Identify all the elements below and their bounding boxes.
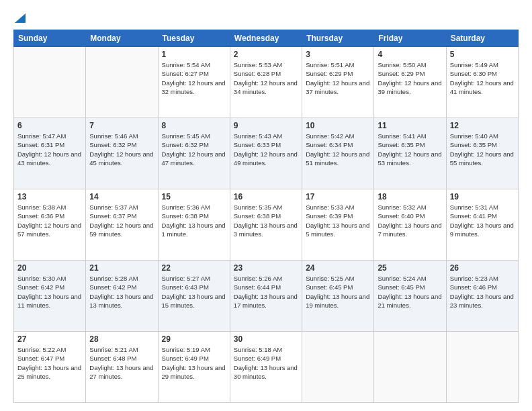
day-info: Sunrise: 5:19 AM Sunset: 6:49 PM Dayligh… <box>162 345 226 381</box>
day-info: Sunrise: 5:38 AM Sunset: 6:36 PM Dayligh… <box>17 203 82 238</box>
calendar-cell: 22Sunrise: 5:27 AM Sunset: 6:43 PM Dayli… <box>158 261 230 332</box>
day-number: 16 <box>234 192 298 201</box>
calendar-cell: 13Sunrise: 5:38 AM Sunset: 6:36 PM Dayli… <box>14 189 86 261</box>
day-number: 9 <box>234 121 298 130</box>
day-number: 14 <box>89 192 154 201</box>
calendar-cell: 3Sunrise: 5:51 AM Sunset: 6:29 PM Daylig… <box>302 47 374 118</box>
day-info: Sunrise: 5:30 AM Sunset: 6:42 PM Dayligh… <box>17 274 82 310</box>
day-info: Sunrise: 5:37 AM Sunset: 6:37 PM Dayligh… <box>89 203 154 238</box>
day-info: Sunrise: 5:25 AM Sunset: 6:45 PM Dayligh… <box>306 274 370 310</box>
day-info: Sunrise: 5:53 AM Sunset: 6:28 PM Dayligh… <box>234 60 298 96</box>
calendar-cell: 18Sunrise: 5:32 AM Sunset: 6:40 PM Dayli… <box>374 189 446 261</box>
calendar-cell: 8Sunrise: 5:45 AM Sunset: 6:32 PM Daylig… <box>158 118 230 189</box>
day-number: 12 <box>450 121 515 130</box>
day-info: Sunrise: 5:27 AM Sunset: 6:43 PM Dayligh… <box>162 274 226 310</box>
day-number: 10 <box>306 121 370 130</box>
col-header-friday: Friday <box>374 30 446 47</box>
day-number: 22 <box>162 263 226 273</box>
day-number: 30 <box>234 334 298 344</box>
col-header-wednesday: Wednesday <box>230 30 302 47</box>
day-info: Sunrise: 5:36 AM Sunset: 6:38 PM Dayligh… <box>162 203 226 238</box>
day-number: 13 <box>17 192 82 201</box>
day-info: Sunrise: 5:50 AM Sunset: 6:29 PM Dayligh… <box>378 60 442 96</box>
col-header-thursday: Thursday <box>302 30 374 47</box>
calendar-cell: 23Sunrise: 5:26 AM Sunset: 6:44 PM Dayli… <box>230 261 302 332</box>
day-number: 4 <box>378 50 442 59</box>
day-number: 7 <box>89 121 154 130</box>
calendar-cell: 28Sunrise: 5:21 AM Sunset: 6:48 PM Dayli… <box>86 332 158 403</box>
calendar-cell: 14Sunrise: 5:37 AM Sunset: 6:37 PM Dayli… <box>86 189 158 261</box>
day-number: 19 <box>450 192 515 201</box>
calendar-cell: 30Sunrise: 5:18 AM Sunset: 6:49 PM Dayli… <box>230 332 302 403</box>
calendar-cell: 16Sunrise: 5:35 AM Sunset: 6:38 PM Dayli… <box>230 189 302 261</box>
calendar-cell: 26Sunrise: 5:23 AM Sunset: 6:46 PM Dayli… <box>446 261 518 332</box>
calendar-cell: 4Sunrise: 5:50 AM Sunset: 6:29 PM Daylig… <box>374 47 446 118</box>
day-info: Sunrise: 5:32 AM Sunset: 6:40 PM Dayligh… <box>378 203 442 238</box>
day-info: Sunrise: 5:46 AM Sunset: 6:32 PM Dayligh… <box>89 132 154 167</box>
day-info: Sunrise: 5:51 AM Sunset: 6:29 PM Dayligh… <box>306 60 370 96</box>
svg-marker-0 <box>15 13 26 23</box>
day-info: Sunrise: 5:22 AM Sunset: 6:47 PM Dayligh… <box>17 345 82 381</box>
calendar-cell: 20Sunrise: 5:30 AM Sunset: 6:42 PM Dayli… <box>14 261 86 332</box>
day-number: 24 <box>306 263 370 273</box>
day-info: Sunrise: 5:49 AM Sunset: 6:30 PM Dayligh… <box>450 60 515 96</box>
day-number: 27 <box>17 334 82 344</box>
logo <box>13 11 26 23</box>
day-number: 23 <box>234 263 298 273</box>
day-number: 20 <box>17 263 82 273</box>
day-number: 11 <box>378 121 442 130</box>
calendar-cell: 24Sunrise: 5:25 AM Sunset: 6:45 PM Dayli… <box>302 261 374 332</box>
calendar-cell: 17Sunrise: 5:33 AM Sunset: 6:39 PM Dayli… <box>302 189 374 261</box>
calendar-cell: 12Sunrise: 5:40 AM Sunset: 6:35 PM Dayli… <box>446 118 518 189</box>
day-info: Sunrise: 5:41 AM Sunset: 6:35 PM Dayligh… <box>378 132 442 167</box>
col-header-monday: Monday <box>86 30 158 47</box>
calendar-cell: 6Sunrise: 5:47 AM Sunset: 6:31 PM Daylig… <box>14 118 86 189</box>
calendar-cell <box>86 47 158 118</box>
day-info: Sunrise: 5:23 AM Sunset: 6:46 PM Dayligh… <box>450 274 515 310</box>
day-number: 2 <box>234 50 298 59</box>
day-number: 15 <box>162 192 226 201</box>
calendar-cell <box>14 47 86 118</box>
day-info: Sunrise: 5:54 AM Sunset: 6:27 PM Dayligh… <box>162 60 226 96</box>
header <box>13 11 519 23</box>
day-number: 29 <box>162 334 226 344</box>
day-info: Sunrise: 5:28 AM Sunset: 6:42 PM Dayligh… <box>89 274 154 310</box>
day-number: 1 <box>162 50 226 59</box>
calendar-cell: 25Sunrise: 5:24 AM Sunset: 6:45 PM Dayli… <box>374 261 446 332</box>
calendar-cell <box>374 332 446 403</box>
calendar-cell: 19Sunrise: 5:31 AM Sunset: 6:41 PM Dayli… <box>446 189 518 261</box>
logo-icon <box>15 11 26 23</box>
calendar-cell: 2Sunrise: 5:53 AM Sunset: 6:28 PM Daylig… <box>230 47 302 118</box>
calendar-cell: 1Sunrise: 5:54 AM Sunset: 6:27 PM Daylig… <box>158 47 230 118</box>
calendar-cell: 11Sunrise: 5:41 AM Sunset: 6:35 PM Dayli… <box>374 118 446 189</box>
day-info: Sunrise: 5:33 AM Sunset: 6:39 PM Dayligh… <box>306 203 370 238</box>
day-number: 6 <box>17 121 82 130</box>
page: SundayMondayTuesdayWednesdayThursdayFrid… <box>0 0 532 411</box>
calendar-cell: 21Sunrise: 5:28 AM Sunset: 6:42 PM Dayli… <box>86 261 158 332</box>
day-number: 28 <box>89 334 154 344</box>
col-header-saturday: Saturday <box>446 30 518 47</box>
calendar-cell: 29Sunrise: 5:19 AM Sunset: 6:49 PM Dayli… <box>158 332 230 403</box>
day-info: Sunrise: 5:24 AM Sunset: 6:45 PM Dayligh… <box>378 274 442 310</box>
calendar-cell <box>302 332 374 403</box>
day-info: Sunrise: 5:47 AM Sunset: 6:31 PM Dayligh… <box>17 132 82 167</box>
day-number: 3 <box>306 50 370 59</box>
day-number: 5 <box>450 50 515 59</box>
day-number: 25 <box>378 263 442 273</box>
day-info: Sunrise: 5:35 AM Sunset: 6:38 PM Dayligh… <box>234 203 298 238</box>
day-number: 26 <box>450 263 515 273</box>
calendar-cell: 15Sunrise: 5:36 AM Sunset: 6:38 PM Dayli… <box>158 189 230 261</box>
calendar-cell: 27Sunrise: 5:22 AM Sunset: 6:47 PM Dayli… <box>14 332 86 403</box>
day-number: 17 <box>306 192 370 201</box>
day-info: Sunrise: 5:31 AM Sunset: 6:41 PM Dayligh… <box>450 203 515 238</box>
day-number: 21 <box>89 263 154 273</box>
day-info: Sunrise: 5:26 AM Sunset: 6:44 PM Dayligh… <box>234 274 298 310</box>
day-number: 18 <box>378 192 442 201</box>
calendar-cell: 9Sunrise: 5:43 AM Sunset: 6:33 PM Daylig… <box>230 118 302 189</box>
col-header-tuesday: Tuesday <box>158 30 230 47</box>
day-number: 8 <box>162 121 226 130</box>
col-header-sunday: Sunday <box>14 30 86 47</box>
calendar-cell: 5Sunrise: 5:49 AM Sunset: 6:30 PM Daylig… <box>446 47 518 118</box>
day-info: Sunrise: 5:43 AM Sunset: 6:33 PM Dayligh… <box>234 132 298 167</box>
calendar-cell: 10Sunrise: 5:42 AM Sunset: 6:34 PM Dayli… <box>302 118 374 189</box>
